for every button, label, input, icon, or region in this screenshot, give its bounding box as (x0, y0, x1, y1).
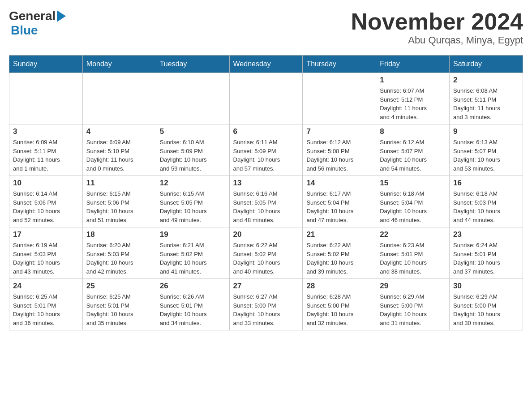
day-number: 10 (13, 179, 79, 188)
day-number: 30 (453, 282, 519, 291)
day-number: 15 (380, 179, 446, 188)
location-title: Abu Qurqas, Minya, Egypt (351, 34, 523, 46)
calendar-cell: 17Sunrise: 6:19 AM Sunset: 5:03 PM Dayli… (9, 227, 83, 279)
calendar-table: SundayMondayTuesdayWednesdayThursdayFrid… (9, 55, 523, 330)
day-info: Sunrise: 6:21 AM Sunset: 5:02 PM Dayligh… (160, 241, 226, 276)
calendar-cell: 19Sunrise: 6:21 AM Sunset: 5:02 PM Dayli… (156, 227, 229, 279)
title-block: November 2024 Abu Qurqas, Minya, Egypt (351, 9, 523, 46)
calendar-cell: 6Sunrise: 6:11 AM Sunset: 5:09 PM Daylig… (229, 124, 303, 176)
calendar-cell: 14Sunrise: 6:17 AM Sunset: 5:04 PM Dayli… (303, 176, 376, 227)
day-info: Sunrise: 6:07 AM Sunset: 5:12 PM Dayligh… (380, 86, 446, 121)
calendar-cell: 22Sunrise: 6:23 AM Sunset: 5:01 PM Dayli… (376, 227, 450, 279)
calendar-cell (303, 73, 376, 124)
calendar-day-header: Sunday (9, 56, 83, 73)
calendar-week-row: 3Sunrise: 6:09 AM Sunset: 5:11 PM Daylig… (9, 124, 523, 176)
calendar-cell (229, 73, 303, 124)
calendar-cell: 26Sunrise: 6:26 AM Sunset: 5:01 PM Dayli… (156, 279, 229, 330)
day-number: 21 (306, 230, 372, 239)
calendar-cell: 29Sunrise: 6:29 AM Sunset: 5:00 PM Dayli… (376, 279, 450, 330)
calendar-cell: 11Sunrise: 6:15 AM Sunset: 5:06 PM Dayli… (82, 176, 156, 227)
day-info: Sunrise: 6:09 AM Sunset: 5:10 PM Dayligh… (86, 138, 152, 173)
logo-general-text: General (9, 9, 56, 23)
calendar-day-header: Wednesday (229, 56, 303, 73)
calendar-cell: 27Sunrise: 6:27 AM Sunset: 5:00 PM Dayli… (229, 279, 303, 330)
day-info: Sunrise: 6:18 AM Sunset: 5:04 PM Dayligh… (380, 189, 446, 224)
day-info: Sunrise: 6:26 AM Sunset: 5:01 PM Dayligh… (160, 292, 226, 327)
day-number: 1 (380, 76, 446, 85)
day-info: Sunrise: 6:18 AM Sunset: 5:03 PM Dayligh… (453, 189, 519, 224)
day-info: Sunrise: 6:29 AM Sunset: 5:00 PM Dayligh… (453, 292, 519, 327)
day-number: 12 (160, 179, 226, 188)
calendar-cell: 12Sunrise: 6:15 AM Sunset: 5:05 PM Dayli… (156, 176, 229, 227)
day-number: 7 (306, 127, 372, 136)
day-info: Sunrise: 6:24 AM Sunset: 5:01 PM Dayligh… (453, 241, 519, 276)
calendar-cell (156, 73, 229, 124)
calendar-cell: 23Sunrise: 6:24 AM Sunset: 5:01 PM Dayli… (450, 227, 523, 279)
logo-blue-text: Blue (11, 23, 38, 38)
day-info: Sunrise: 6:22 AM Sunset: 5:02 PM Dayligh… (306, 241, 372, 276)
day-number: 6 (233, 127, 299, 136)
calendar-cell: 21Sunrise: 6:22 AM Sunset: 5:02 PM Dayli… (303, 227, 376, 279)
calendar-cell: 7Sunrise: 6:12 AM Sunset: 5:08 PM Daylig… (303, 124, 376, 176)
calendar-cell: 16Sunrise: 6:18 AM Sunset: 5:03 PM Dayli… (450, 176, 523, 227)
calendar-cell: 10Sunrise: 6:14 AM Sunset: 5:06 PM Dayli… (9, 176, 83, 227)
calendar-cell: 24Sunrise: 6:25 AM Sunset: 5:01 PM Dayli… (9, 279, 83, 330)
day-info: Sunrise: 6:22 AM Sunset: 5:02 PM Dayligh… (233, 241, 299, 276)
calendar-cell: 20Sunrise: 6:22 AM Sunset: 5:02 PM Dayli… (229, 227, 303, 279)
day-number: 11 (86, 179, 152, 188)
month-title: November 2024 (351, 9, 523, 34)
calendar-cell: 2Sunrise: 6:08 AM Sunset: 5:11 PM Daylig… (450, 73, 523, 124)
day-number: 5 (160, 127, 226, 136)
day-info: Sunrise: 6:13 AM Sunset: 5:07 PM Dayligh… (453, 138, 519, 173)
day-number: 25 (86, 282, 152, 291)
calendar-week-row: 24Sunrise: 6:25 AM Sunset: 5:01 PM Dayli… (9, 279, 523, 330)
day-number: 16 (453, 179, 519, 188)
day-info: Sunrise: 6:27 AM Sunset: 5:00 PM Dayligh… (233, 292, 299, 327)
day-info: Sunrise: 6:19 AM Sunset: 5:03 PM Dayligh… (13, 241, 79, 276)
calendar-cell: 8Sunrise: 6:12 AM Sunset: 5:07 PM Daylig… (376, 124, 450, 176)
day-info: Sunrise: 6:12 AM Sunset: 5:08 PM Dayligh… (306, 138, 372, 173)
calendar-day-header: Friday (376, 56, 450, 73)
day-info: Sunrise: 6:12 AM Sunset: 5:07 PM Dayligh… (380, 138, 446, 173)
calendar-cell: 15Sunrise: 6:18 AM Sunset: 5:04 PM Dayli… (376, 176, 450, 227)
logo-triangle-icon (57, 10, 66, 22)
day-number: 23 (453, 230, 519, 239)
day-number: 29 (380, 282, 446, 291)
calendar-cell: 5Sunrise: 6:10 AM Sunset: 5:09 PM Daylig… (156, 124, 229, 176)
calendar-cell: 9Sunrise: 6:13 AM Sunset: 5:07 PM Daylig… (450, 124, 523, 176)
day-number: 20 (233, 230, 299, 239)
calendar-header-row: SundayMondayTuesdayWednesdayThursdayFrid… (9, 56, 523, 73)
day-info: Sunrise: 6:20 AM Sunset: 5:03 PM Dayligh… (86, 241, 152, 276)
logo: General Blue (9, 9, 66, 38)
day-number: 17 (13, 230, 79, 239)
day-number: 27 (233, 282, 299, 291)
day-info: Sunrise: 6:08 AM Sunset: 5:11 PM Dayligh… (453, 86, 519, 121)
calendar-cell: 4Sunrise: 6:09 AM Sunset: 5:10 PM Daylig… (82, 124, 156, 176)
day-info: Sunrise: 6:09 AM Sunset: 5:11 PM Dayligh… (13, 138, 79, 173)
day-info: Sunrise: 6:10 AM Sunset: 5:09 PM Dayligh… (160, 138, 226, 173)
day-number: 22 (380, 230, 446, 239)
calendar-cell: 30Sunrise: 6:29 AM Sunset: 5:00 PM Dayli… (450, 279, 523, 330)
day-number: 3 (13, 127, 79, 136)
day-info: Sunrise: 6:11 AM Sunset: 5:09 PM Dayligh… (233, 138, 299, 173)
day-info: Sunrise: 6:25 AM Sunset: 5:01 PM Dayligh… (13, 292, 79, 327)
day-info: Sunrise: 6:28 AM Sunset: 5:00 PM Dayligh… (306, 292, 372, 327)
day-info: Sunrise: 6:17 AM Sunset: 5:04 PM Dayligh… (306, 189, 372, 224)
calendar-cell (82, 73, 156, 124)
calendar-week-row: 17Sunrise: 6:19 AM Sunset: 5:03 PM Dayli… (9, 227, 523, 279)
day-number: 26 (160, 282, 226, 291)
calendar-cell: 25Sunrise: 6:25 AM Sunset: 5:01 PM Dayli… (82, 279, 156, 330)
day-number: 2 (453, 76, 519, 85)
calendar-cell: 18Sunrise: 6:20 AM Sunset: 5:03 PM Dayli… (82, 227, 156, 279)
day-info: Sunrise: 6:29 AM Sunset: 5:00 PM Dayligh… (380, 292, 446, 327)
day-number: 28 (306, 282, 372, 291)
calendar-day-header: Tuesday (156, 56, 229, 73)
day-info: Sunrise: 6:15 AM Sunset: 5:05 PM Dayligh… (160, 189, 226, 224)
calendar-cell: 1Sunrise: 6:07 AM Sunset: 5:12 PM Daylig… (376, 73, 450, 124)
calendar-cell: 3Sunrise: 6:09 AM Sunset: 5:11 PM Daylig… (9, 124, 83, 176)
day-number: 19 (160, 230, 226, 239)
day-info: Sunrise: 6:16 AM Sunset: 5:05 PM Dayligh… (233, 189, 299, 224)
day-number: 14 (306, 179, 372, 188)
day-number: 13 (233, 179, 299, 188)
page-header: General Blue November 2024 Abu Qurqas, M… (9, 9, 523, 46)
